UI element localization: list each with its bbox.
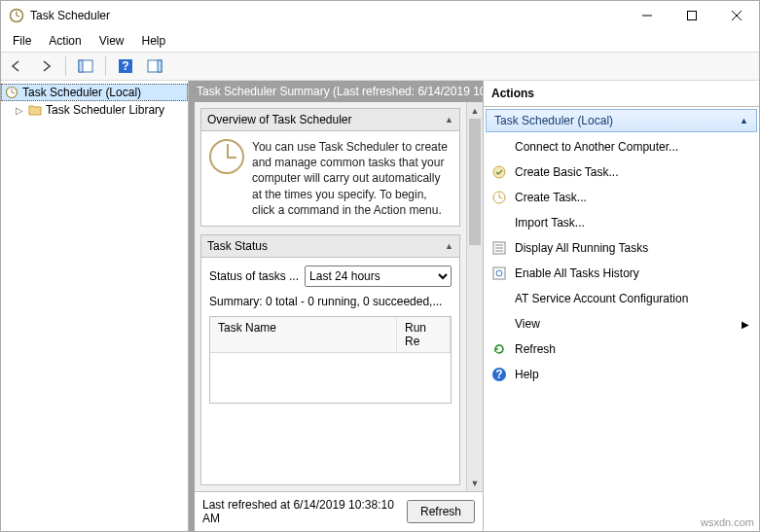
- refresh-icon: [491, 341, 507, 357]
- actions-header: Actions: [484, 81, 759, 107]
- svg-text:?: ?: [495, 368, 502, 381]
- action-label: Create Task...: [515, 191, 587, 204]
- toolbar-separator: [65, 56, 66, 76]
- menu-help[interactable]: Help: [134, 32, 174, 50]
- minimize-button[interactable]: [625, 1, 670, 30]
- action-help[interactable]: ? Help: [484, 362, 759, 387]
- action-label: Connect to Another Computer...: [515, 140, 678, 154]
- app-icon: [9, 8, 24, 23]
- tree-pane: Task Scheduler (Local) ▷ Task Scheduler …: [1, 81, 189, 531]
- task-table[interactable]: Task Name Run Re: [209, 316, 452, 404]
- forward-button[interactable]: [34, 54, 57, 78]
- list-icon: [491, 240, 507, 256]
- action-label: Help: [515, 368, 539, 381]
- wizard-icon: [491, 164, 507, 180]
- action-connect[interactable]: Connect to Another Computer...: [484, 134, 759, 160]
- action-display-running[interactable]: Display All Running Tasks: [484, 235, 759, 261]
- svg-rect-24: [493, 267, 505, 279]
- watermark: wsxdn.com: [701, 516, 754, 528]
- blank-icon: [491, 291, 507, 306]
- collapse-icon[interactable]: ▲: [445, 115, 453, 124]
- action-create-basic-task[interactable]: Create Basic Task...: [484, 160, 759, 185]
- action-import-task[interactable]: Import Task...: [484, 210, 759, 235]
- help-icon: ?: [491, 367, 507, 382]
- actions-pane: Actions Task Scheduler (Local) ▲ Connect…: [483, 81, 759, 531]
- clock-icon: [5, 86, 18, 99]
- menu-view[interactable]: View: [91, 32, 132, 50]
- menubar: File Action View Help: [1, 30, 759, 52]
- maximize-button[interactable]: [670, 1, 714, 30]
- expand-icon[interactable]: ▷: [15, 105, 24, 116]
- actions-group-label: Task Scheduler (Local): [494, 114, 613, 127]
- back-button[interactable]: [5, 54, 28, 78]
- tree-root[interactable]: Task Scheduler (Local): [1, 84, 188, 101]
- menu-action[interactable]: Action: [41, 32, 89, 50]
- folder-icon: [28, 104, 42, 116]
- actions-group-header[interactable]: Task Scheduler (Local) ▲: [486, 109, 757, 132]
- action-label: AT Service Account Configuration: [515, 292, 688, 305]
- overview-panel-header[interactable]: Overview of Task Scheduler ▲: [201, 109, 459, 131]
- action-label: Refresh: [515, 342, 556, 356]
- show-action-pane-button[interactable]: [143, 54, 166, 78]
- action-label: Display All Running Tasks: [515, 241, 648, 255]
- summary-pane: Task Scheduler Summary (Last refreshed: …: [189, 81, 483, 531]
- task-icon: [491, 190, 507, 205]
- blank-icon: [491, 316, 507, 332]
- menu-file[interactable]: File: [5, 32, 39, 50]
- overview-text: You can use Task Scheduler to create and…: [252, 139, 452, 218]
- collapse-icon[interactable]: ▲: [445, 241, 453, 251]
- action-refresh[interactable]: Refresh: [484, 337, 759, 362]
- task-status-header[interactable]: Task Status ▲: [201, 235, 459, 258]
- task-status-panel: Task Status ▲ Status of tasks ... Last 2…: [200, 234, 460, 485]
- toolbar-separator: [105, 56, 106, 76]
- app-window: Task Scheduler File Action View Help ? T…: [0, 0, 760, 532]
- status-label: Status of tasks ...: [209, 269, 299, 283]
- tree-library[interactable]: ▷ Task Scheduler Library: [1, 101, 188, 119]
- col-task-name[interactable]: Task Name: [210, 317, 397, 352]
- vertical-scrollbar[interactable]: ▲ ▼: [466, 102, 483, 491]
- action-label: Create Basic Task...: [515, 165, 619, 179]
- close-button[interactable]: [714, 1, 759, 30]
- refresh-button[interactable]: Refresh: [407, 500, 475, 523]
- action-label: Enable All Tasks History: [515, 266, 639, 280]
- last-refreshed-text: Last refreshed at 6/14/2019 10:38:10 AM: [202, 498, 407, 525]
- window-title: Task Scheduler: [30, 9, 625, 22]
- toolbar: ?: [1, 52, 759, 81]
- scroll-down-icon[interactable]: ▼: [467, 475, 483, 491]
- action-create-task[interactable]: Create Task...: [484, 185, 759, 210]
- svg-rect-12: [158, 60, 162, 72]
- clock-icon: [209, 139, 244, 174]
- collapse-icon[interactable]: ▲: [740, 116, 748, 125]
- scroll-thumb[interactable]: [469, 119, 481, 245]
- action-label: View: [515, 317, 540, 331]
- show-hide-tree-button[interactable]: [74, 54, 97, 78]
- tree-root-label: Task Scheduler (Local): [22, 86, 141, 99]
- action-enable-history[interactable]: Enable All Tasks History: [484, 261, 759, 286]
- tree-library-label: Task Scheduler Library: [46, 103, 164, 117]
- titlebar: Task Scheduler: [1, 1, 759, 30]
- action-label: Import Task...: [515, 216, 585, 230]
- summary-header: Task Scheduler Summary (Last refreshed: …: [189, 81, 483, 102]
- action-view[interactable]: View ▶: [484, 311, 759, 337]
- svg-rect-4: [688, 12, 697, 20]
- content-area: Task Scheduler (Local) ▷ Task Scheduler …: [1, 81, 759, 531]
- blank-icon: [491, 139, 507, 155]
- svg-text:?: ?: [122, 59, 128, 73]
- summary-footer: Last refreshed at 6/14/2019 10:38:10 AM …: [195, 491, 483, 531]
- overview-panel: Overview of Task Scheduler ▲ You can use…: [200, 108, 460, 227]
- scroll-up-icon[interactable]: ▲: [467, 102, 483, 119]
- help-button[interactable]: ?: [114, 54, 137, 78]
- history-icon: [491, 266, 507, 281]
- overview-title: Overview of Task Scheduler: [207, 113, 352, 126]
- status-summary-text: Summary: 0 total - 0 running, 0 succeede…: [209, 295, 452, 308]
- svg-rect-8: [79, 60, 83, 72]
- status-period-dropdown[interactable]: Last 24 hours: [305, 266, 452, 287]
- submenu-arrow-icon: ▶: [742, 319, 749, 330]
- col-run-result[interactable]: Run Re: [397, 317, 451, 352]
- action-at-service[interactable]: AT Service Account Configuration: [484, 286, 759, 311]
- blank-icon: [491, 215, 507, 231]
- task-status-title: Task Status: [207, 239, 268, 253]
